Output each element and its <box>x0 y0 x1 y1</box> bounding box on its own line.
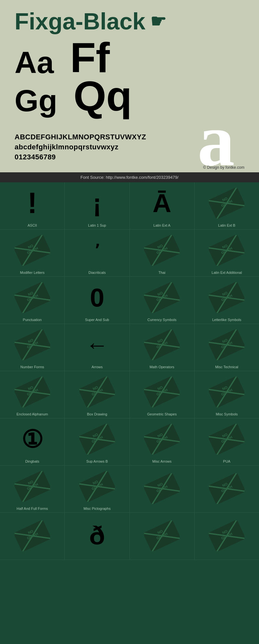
label-enclosed: Enclosed Alphanum <box>17 412 48 416</box>
cell-letterlike: NO GLYPH Letterlike Symbols <box>195 277 259 324</box>
glyph-row-7: NO GLYPH ð <box>0 513 259 560</box>
label-superandsub: Super And Sub <box>85 318 109 322</box>
letter-F: Ff <box>70 38 110 78</box>
label-arrows: Arrows <box>92 365 103 369</box>
label-number-forms: Number Forms <box>20 365 44 369</box>
font-title: Fixga-Black ☛ <box>15 10 244 33</box>
glyph-eth: ð <box>66 515 128 556</box>
label-punctuation: Punctuation <box>23 318 42 322</box>
glyph-row7-4: NO GLYPH <box>196 515 257 556</box>
glyph-empty-1: NO GLYPH <box>131 468 193 509</box>
glyph-diacriticals: ʼ <box>66 232 128 269</box>
cell-empty-2: NO GLYPH <box>195 466 259 512</box>
glyph-misc-arrows: NO GLYPH <box>131 421 193 457</box>
label-half-full: Half And Full Forms <box>17 507 48 511</box>
label-misc-picto: Misc Pictographs <box>84 507 111 511</box>
letters-row-1: Aa Ff a <box>15 38 244 78</box>
cell-diacriticals: ʼ Diacriticals <box>65 230 130 276</box>
label-modifier: Modifier Letters <box>20 271 45 275</box>
glyph-latin-ext-a: Ā <box>131 185 193 221</box>
cell-empty-1: NO GLYPH <box>130 466 195 512</box>
label-diacriticals: Diacriticals <box>88 271 106 275</box>
label-latin1sup: Latin 1 Sup <box>88 223 106 228</box>
cell-eth: ð <box>65 513 130 560</box>
cell-row7-3: NO GLYPH <box>130 513 195 560</box>
cell-latin1sup: ¡ Latin 1 Sup <box>65 182 130 229</box>
glyph-math: NO GLYPH <box>131 327 193 363</box>
cell-thai: NO GLYPH Thai <box>130 230 195 276</box>
glyph-letterlike: NO GLYPH <box>196 279 257 316</box>
cell-currency: NO GLYPH Currency Symbols <box>130 277 195 324</box>
cell-modifier: NO GLYPH Modifier Letters <box>0 230 65 276</box>
glyph-latin1sup: ¡ <box>66 185 128 221</box>
label-letterlike: Letterlike Symbols <box>212 318 241 322</box>
cell-pua: NO GLYPH PUA <box>195 418 259 465</box>
glyph-row7-3: NO GLYPH <box>131 515 193 556</box>
glyph-row-4: NO GLYPH Enclosed Alphanum NO <box>0 371 259 418</box>
glyph-sup-arrows-b: NO GLYPH <box>66 421 128 457</box>
glyph-box-drawing: NO GLYPH <box>66 374 128 410</box>
glyph-currency: NO GLYPH <box>131 279 193 316</box>
letter-Q: Qq <box>73 72 132 120</box>
cell-half-full: NO GLYPH Half And Full Forms <box>0 466 65 512</box>
glyph-row-3: NO GLYPH Number Forms ← Arrows <box>0 324 259 371</box>
cell-enclosed: NO GLYPH Enclosed Alphanum <box>0 371 65 418</box>
source-text: Font Source: http://www.fontke.com/font/… <box>81 175 179 180</box>
cell-box-drawing: NO GLYPH Box Drawing <box>65 371 130 418</box>
letter-a-large: a <box>197 109 235 172</box>
glyph-enclosed: NO GLYPH <box>2 374 63 410</box>
label-misc-arrows: Misc Arrows <box>152 459 171 464</box>
glyph-row-2: NO GLYPH Punctuation 0 Super And Sub <box>0 277 259 324</box>
cell-ascii: ! ASCII <box>0 182 65 229</box>
label-dingbats: Dingbats <box>25 459 39 464</box>
glyph-row-0: ! ASCII ¡ Latin 1 Sup Ā Latin Ext A <box>0 182 259 230</box>
glyph-pua: NO GLYPH <box>196 421 257 457</box>
glyph-geometric: NO GLYPH <box>131 374 193 410</box>
cell-misc-symbols: NO GLYPH Misc Symbols <box>195 371 259 418</box>
glyph-ascii: ! <box>2 185 63 221</box>
cell-row7-4: NO GLYPH <box>195 513 259 560</box>
glyph-misc-tech: NO GLYPH <box>196 327 257 363</box>
cell-dingbats: ① Dingbats <box>0 418 65 465</box>
glyph-half-full: NO GLYPH <box>2 468 63 505</box>
glyph-row-1: NO GLYPH Modifier Letters ʼ Diacriticals <box>0 230 259 277</box>
cell-misc-arrows: NO GLYPH Misc Arrows <box>130 418 195 465</box>
cell-math: NO GLYPH Math Operators <box>130 324 195 371</box>
glyph-grid: ! ASCII ¡ Latin 1 Sup Ā Latin Ext A <box>0 182 259 560</box>
label-math: Math Operators <box>150 365 174 369</box>
label-misc-tech: Misc Technical <box>215 365 238 369</box>
cell-misc-tech: NO GLYPH Misc Technical <box>195 324 259 371</box>
cell-number-forms: NO GLYPH Number Forms <box>0 324 65 371</box>
glyph-thai: NO GLYPH <box>131 232 193 269</box>
glyph-row-5: ① Dingbats NO GLYPH <box>0 418 259 466</box>
label-pua: PUA <box>223 459 231 464</box>
glyph-arrows: ← <box>66 327 128 363</box>
glyph-misc-picto: NO GLYPH <box>66 468 128 505</box>
label-box-drawing: Box Drawing <box>87 412 107 416</box>
label-geometric: Geometric Shapes <box>147 412 177 416</box>
cell-punctuation: NO GLYPH Punctuation <box>0 277 65 324</box>
label-latin-ext-a: Latin Ext A <box>153 223 171 228</box>
cell-latin-ext-b: NO GLYPH Latin Ext B <box>195 182 259 229</box>
label-latin-ext-b: Latin Ext B <box>218 223 235 228</box>
cell-superandsub: 0 Super And Sub <box>65 277 130 324</box>
letter-A: Aa <box>15 47 54 78</box>
letter-G: Gg <box>15 83 57 118</box>
cell-misc-picto: NO GLYPH Misc Pictographs <box>65 466 130 512</box>
cell-geometric: NO GLYPH Geometric Shapes <box>130 371 195 418</box>
label-ascii: ASCII <box>28 223 37 228</box>
glyph-punctuation: NO GLYPH <box>2 279 63 316</box>
cell-sup-arrows-b: NO GLYPH Sup Arrows B <box>65 418 130 465</box>
label-thai: Thai <box>158 271 165 275</box>
glyph-misc-symbols: NO GLYPH <box>196 374 257 410</box>
glyph-row7-1: NO GLYPH <box>2 515 63 556</box>
glyph-modifier: NO GLYPH <box>2 232 63 269</box>
glyph-number-forms: NO GLYPH <box>2 327 63 363</box>
glyph-superandsub: 0 <box>66 279 128 316</box>
glyph-row-6: NO GLYPH Half And Full Forms NO <box>0 466 259 513</box>
glyph-latin-ext-add: NO GLYPH <box>196 232 257 269</box>
header-section: Fixga-Black ☛ Aa Ff a Gg Qq <box>0 0 259 127</box>
cell-arrows: ← Arrows <box>65 324 130 371</box>
label-currency: Currency Symbols <box>147 318 176 322</box>
font-name: Fixga-Black <box>15 10 145 33</box>
